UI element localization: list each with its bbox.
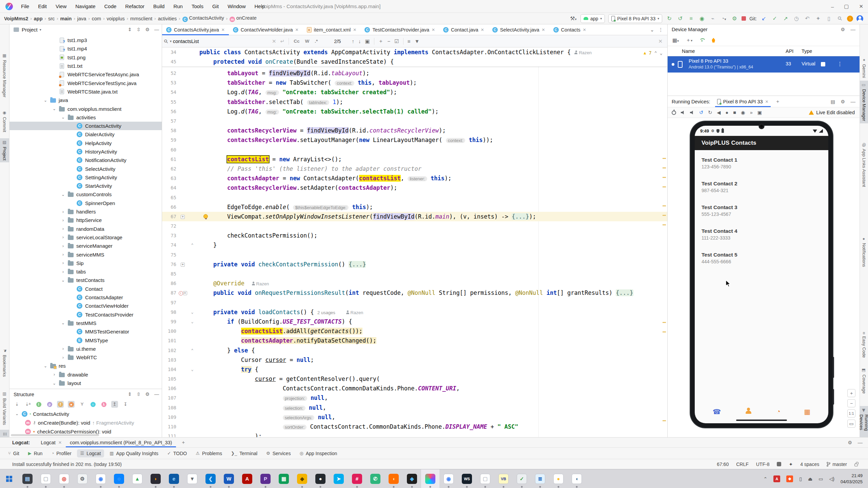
- eject-icon[interactable]: ⏏: [808, 476, 812, 482]
- network-icon[interactable]: ▭: [818, 476, 823, 482]
- git-rollback-icon[interactable]: ↶: [804, 15, 811, 22]
- close-tab-icon[interactable]: ✕: [432, 27, 435, 32]
- menu-view[interactable]: View: [52, 2, 70, 11]
- code-line-67[interactable]: 67+ ViewCompat.setOnApplyWindowInsetsLis…: [162, 212, 667, 221]
- close-tab-icon[interactable]: ✕: [221, 27, 225, 32]
- structure-settings-icon[interactable]: ⚙: [145, 391, 150, 397]
- stripe-mark[interactable]: [663, 205, 666, 206]
- tree-item-ContactViewHolder[interactable]: CContactViewHolder: [9, 302, 162, 310]
- code-line-72[interactable]: 72: [162, 221, 667, 231]
- tool-stripe-tab-device-manager[interactable]: ▯Device Manager: [860, 81, 868, 123]
- device-mirror-icon[interactable]: ▯: [825, 15, 833, 22]
- tool-stripe-tab-coverage[interactable]: ◧Coverage: [860, 366, 868, 395]
- menu-code[interactable]: Code: [101, 2, 120, 11]
- contact-item[interactable]: Test Contact 2987-654-321: [702, 181, 737, 193]
- breadcrumb-item[interactable]: main: [60, 16, 72, 21]
- editor-tab-ContactViewHolder.java[interactable]: CContactViewHolder.java✕: [229, 24, 303, 35]
- search-everywhere-icon[interactable]: ⚲: [835, 14, 845, 23]
- sort-alphabetically-icon[interactable]: ⇣ᵃ: [24, 401, 31, 408]
- run-button[interactable]: ↻: [666, 15, 673, 22]
- read-only-toggle-icon[interactable]: [777, 462, 781, 466]
- tree-item-tst1.txt[interactable]: tst1.txt: [9, 62, 162, 70]
- code-line-65[interactable]: 65: [162, 192, 667, 202]
- device-more-options-icon[interactable]: ⋮: [837, 61, 843, 67]
- apply-changes-button[interactable]: ↺: [676, 15, 684, 22]
- project-view-dropdown-icon[interactable]: ▾: [40, 28, 41, 32]
- screenshot-icon[interactable]: ▣: [757, 110, 762, 115]
- taskbar-app-icon[interactable]: ◆: [293, 469, 311, 488]
- chevron-closed-icon[interactable]: ›: [60, 218, 66, 223]
- chevron-closed-icon[interactable]: ›: [60, 252, 66, 257]
- code-line-58[interactable]: 58 contactsRecyclerView = findViewById(R…: [162, 126, 667, 135]
- breadcrumb-item[interactable]: src: [48, 16, 55, 21]
- running-device-tab[interactable]: Pixel 8 Pro API 33 ✕: [715, 96, 771, 107]
- stripe-mark[interactable]: [663, 186, 666, 187]
- code-line-62[interactable]: 62 // Pass 'this' (the listener) to the …: [162, 164, 667, 174]
- tree-item-MMSTestGenerator[interactable]: CMMSTestGenerator: [9, 327, 162, 336]
- chevron-closed-icon[interactable]: ›: [52, 372, 57, 377]
- close-find-bar-icon[interactable]: ✕: [656, 38, 667, 44]
- coverage-button[interactable]: ⚙: [731, 15, 738, 22]
- chevron-open-icon[interactable]: ⌄: [60, 192, 66, 197]
- taskbar-app-icon[interactable]: [421, 469, 439, 488]
- next-match-icon[interactable]: ↓: [356, 38, 363, 44]
- tool-stripe-tab-notifications[interactable]: ●Notifications: [860, 235, 868, 269]
- search-in-selection-icon[interactable]: ▣: [363, 38, 372, 44]
- stripe-mark[interactable]: [663, 215, 666, 216]
- tool-stripe-tab-build-variants[interactable]: ▤Build Variants: [0, 390, 9, 427]
- git-commit-icon[interactable]: ✓: [771, 15, 778, 22]
- code-line-107[interactable]: 107 projection: null,: [162, 393, 667, 403]
- code-line-99[interactable]: 99⌄ if (BuildConfig.USE_TEST_CONTACTS) {: [162, 317, 667, 326]
- tool-window-button-profiler[interactable]: ◔Profiler: [48, 449, 75, 458]
- taskbar-app-icon[interactable]: ❮: [201, 469, 220, 488]
- hide-panel-icon[interactable]: —: [154, 391, 159, 397]
- close-tab-icon[interactable]: ✕: [58, 440, 62, 445]
- newline-icon[interactable]: ↵: [278, 38, 287, 44]
- code-line-100[interactable]: 100 contactsList.addAll(getContacts());: [162, 326, 667, 336]
- stripe-mark[interactable]: [663, 158, 666, 159]
- tree-item-tst1.mp3[interactable]: tst1.mp3: [9, 36, 162, 44]
- tool-window-button-run[interactable]: ▶Run: [25, 449, 46, 458]
- intention-bulb-icon[interactable]: [203, 214, 208, 219]
- window-mode-icon[interactable]: ▤: [831, 99, 835, 104]
- stripe-mark[interactable]: [663, 167, 666, 168]
- inspections-widget[interactable]: ▲7 ⌃ ⌄: [644, 50, 663, 56]
- contact-item[interactable]: Test Contact 3555-123-4567: [702, 204, 737, 217]
- tool-window-button-logcat[interactable]: ☰Logcat: [77, 449, 104, 458]
- breadcrumb-item[interactable]: VoipMms2: [4, 16, 28, 21]
- taskbar-app-icon[interactable]: ●: [311, 469, 330, 488]
- hide-panel-icon[interactable]: —: [851, 27, 856, 32]
- taskbar-app-icon[interactable]: ✆: [366, 469, 384, 488]
- tree-item-Contact[interactable]: CContact: [9, 285, 162, 293]
- tool-stripe-tab-resource-manager[interactable]: ▦Resource Manager: [0, 52, 9, 100]
- contact-item[interactable]: Test Contact 4111-222-3333: [702, 228, 737, 241]
- chevron-open-icon[interactable]: ⌄: [52, 106, 57, 111]
- close-tab-icon[interactable]: ✕: [765, 99, 769, 104]
- overriding-method-icon[interactable]: ↑: [179, 291, 183, 296]
- tree-item-layout[interactable]: ⌄layout: [9, 379, 162, 387]
- taskbar-app-icon[interactable]: ◖: [568, 469, 586, 488]
- stripe-mark[interactable]: [663, 177, 666, 178]
- tree-item-serviceLocalStorage[interactable]: ›serviceLocalStorage: [9, 233, 162, 242]
- menu-tools[interactable]: Tools: [188, 2, 207, 11]
- tree-item-HelpActivity[interactable]: CHelpActivity: [9, 139, 162, 147]
- tool-window-button-problems[interactable]: ⚠Problems: [192, 449, 225, 458]
- tree-item-testContacts[interactable]: ⌄testContacts: [9, 276, 162, 284]
- prev-problem-icon[interactable]: ⌃: [654, 50, 657, 56]
- code-line-74[interactable]: 74⌃ }: [162, 240, 667, 250]
- tree-item-WebRTCServiceTestSync.java[interactable]: WebRTCServiceTestSync.java: [9, 79, 162, 87]
- taskbar-app-icon[interactable]: ◈: [403, 469, 421, 488]
- tree-item-tabs[interactable]: ›tabs: [9, 267, 162, 276]
- code-line-110[interactable]: 110 sortOrder: ContactsContract.CommonDa…: [162, 422, 667, 431]
- rotate-left-icon[interactable]: ↺: [699, 110, 703, 115]
- code-line-61[interactable]: 61 contactsList = new ArrayList<>();: [162, 155, 667, 164]
- gemini-icon[interactable]: ✦: [814, 15, 822, 22]
- code-line-52[interactable]: 52 tabLayout = findViewById(R.id.tabLayo…: [162, 68, 667, 78]
- taskbar-app-icon[interactable]: ●: [549, 469, 568, 488]
- code-line-108[interactable]: 108 selection: null,: [162, 403, 667, 412]
- tree-item-com.voipplus.mmsclient[interactable]: ⌄com.voipplus.mmsclient: [9, 104, 162, 113]
- back-icon[interactable]: ◀: [717, 110, 721, 115]
- taskbar-app-icon[interactable]: ◗: [146, 469, 165, 488]
- taskbar-app-icon[interactable]: ◉: [439, 469, 458, 488]
- next-problem-icon[interactable]: ⌄: [660, 50, 663, 56]
